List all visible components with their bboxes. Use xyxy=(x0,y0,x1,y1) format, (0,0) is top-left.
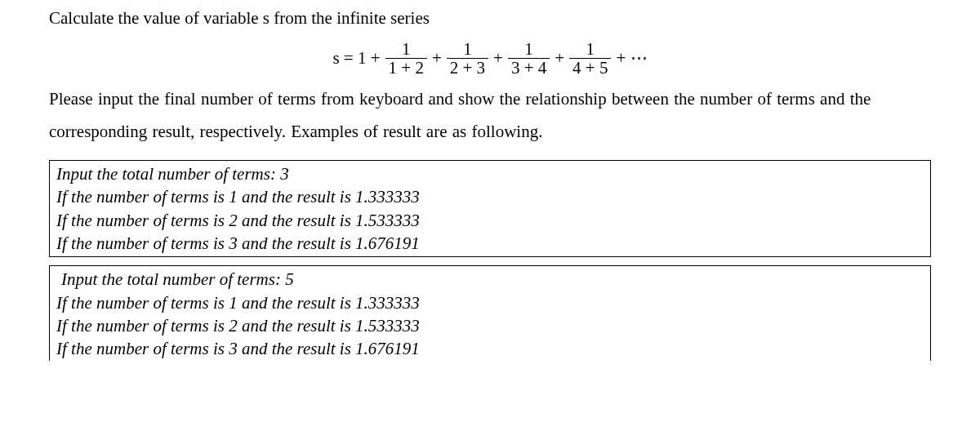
ex2-line1: Input the total number of terms: 5 xyxy=(56,268,924,291)
example-output-2: Input the total number of terms: 5 If th… xyxy=(49,265,931,360)
frac3-den: 3 + 4 xyxy=(508,58,550,77)
frac2-num: 1 xyxy=(460,40,475,58)
fraction-2: 1 2 + 3 xyxy=(447,40,488,77)
plus-1: + xyxy=(432,48,442,69)
fraction-1: 1 1 + 2 xyxy=(385,40,427,77)
ex2-line3: If the number of terms is 2 and the resu… xyxy=(56,314,924,337)
plus-2: + xyxy=(493,48,503,69)
problem-heading: Calculate the value of variable s from t… xyxy=(49,8,931,29)
plus-3: + xyxy=(555,48,564,69)
frac4-num: 1 xyxy=(583,40,599,58)
equation: s = 1 + 1 1 + 2 + 1 2 + 3 + 1 3 + 4 + 1 … xyxy=(49,40,931,77)
ex1-line4: If the number of terms is 3 and the resu… xyxy=(56,232,924,255)
equation-lhs: s = 1 + xyxy=(332,48,380,69)
ex1-line3: If the number of terms is 2 and the resu… xyxy=(56,209,924,232)
frac1-den: 1 + 2 xyxy=(385,58,427,77)
fraction-3: 1 3 + 4 xyxy=(508,40,550,77)
ex2-line4: If the number of terms is 3 and the resu… xyxy=(56,337,924,360)
frac2-den: 2 + 3 xyxy=(447,58,488,77)
equation-tail: + ⋯ xyxy=(616,48,647,69)
ex1-line1: Input the total number of terms: 3 xyxy=(56,162,924,185)
frac4-den: 4 + 5 xyxy=(569,58,611,77)
fraction-4: 1 4 + 5 xyxy=(569,40,611,77)
instruction-paragraph: Please input the final number of terms f… xyxy=(49,83,931,149)
frac3-num: 1 xyxy=(521,40,537,58)
ex1-line2: If the number of terms is 1 and the resu… xyxy=(56,185,924,208)
frac1-num: 1 xyxy=(399,40,414,58)
example-output-1: Input the total number of terms: 3 If th… xyxy=(49,160,931,257)
ex2-line2: If the number of terms is 1 and the resu… xyxy=(56,291,924,314)
